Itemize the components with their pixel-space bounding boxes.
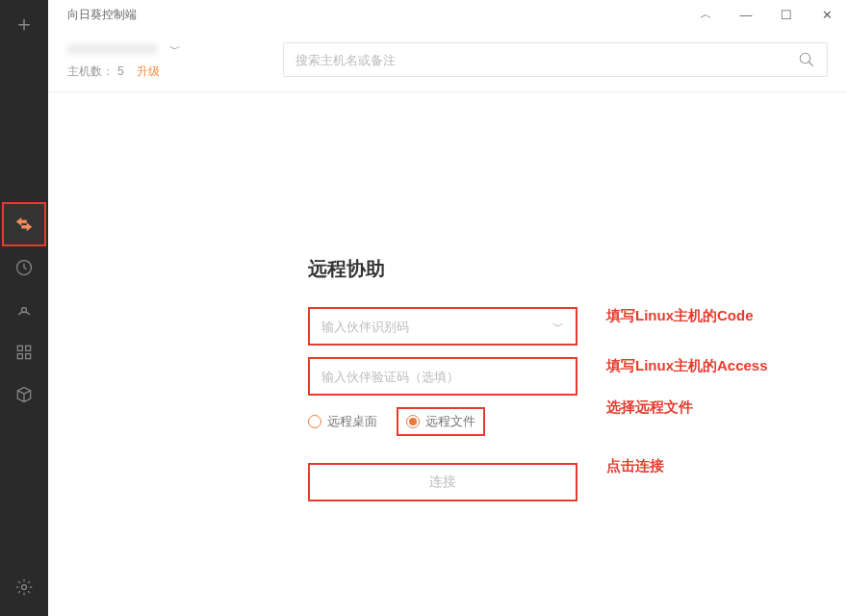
minimize-button[interactable]: ― <box>737 8 755 22</box>
svg-rect-4 <box>17 354 22 359</box>
nav-settings[interactable] <box>0 568 48 606</box>
upgrade-link[interactable]: 升级 <box>137 64 160 78</box>
connect-label: 连接 <box>429 474 456 491</box>
svg-point-7 <box>800 53 810 64</box>
svg-rect-2 <box>17 346 22 350</box>
nav-remote-control[interactable] <box>2 202 46 246</box>
main-panel: 向日葵控制端 ︿ ― ☐ ✕ XXXXXXXXXX ﹀ 主机数：5 升级 <box>48 0 847 616</box>
radio-icon <box>406 415 420 428</box>
host-label: 主机数： <box>67 64 114 78</box>
host-count: 5 <box>117 64 124 78</box>
content-area: 远程协助 ﹀ 远程桌面 远程文件 连接 <box>48 92 847 256</box>
annotation-click-connect: 点击连接 <box>606 441 768 491</box>
titlebar: 向日葵控制端 ︿ ― ☐ ✕ <box>48 0 847 29</box>
radio-icon <box>308 415 321 428</box>
svg-rect-3 <box>26 346 31 350</box>
partner-code-input[interactable] <box>321 320 552 334</box>
close-button[interactable]: ✕ <box>818 8 835 22</box>
maximize-button[interactable]: ☐ <box>778 8 795 22</box>
mode-radio-group: 远程桌面 远程文件 <box>308 407 578 436</box>
account-name[interactable]: XXXXXXXXXX <box>67 41 157 57</box>
annotation-select-file: 选择远程文件 <box>606 385 768 429</box>
chevron-down-icon[interactable]: ﹀ <box>552 319 564 335</box>
radio-label: 远程文件 <box>425 413 475 430</box>
swap-arrows-icon <box>13 214 35 235</box>
svg-line-8 <box>808 62 813 66</box>
search-icon <box>798 51 815 68</box>
svg-point-6 <box>22 585 27 590</box>
radio-remote-desktop[interactable]: 远程桌面 <box>308 413 377 430</box>
annotation-overlay: 填写Linux主机的Code 填写Linux主机的Access 选择远程文件 点… <box>606 291 768 491</box>
broadcast-icon <box>14 300 34 320</box>
header-row: XXXXXXXXXX ﹀ 主机数：5 升级 <box>48 29 847 92</box>
annotation-code: 填写Linux主机的Code <box>606 291 768 341</box>
search-input[interactable] <box>295 53 798 67</box>
plus-icon: ＋ <box>13 10 35 38</box>
radio-remote-file[interactable]: 远程文件 <box>397 407 485 436</box>
chevron-up-icon[interactable]: ︿ <box>697 6 714 23</box>
cube-icon <box>14 385 34 404</box>
radio-label: 远程桌面 <box>327 413 377 430</box>
add-button[interactable]: ＋ <box>0 0 48 48</box>
section-title: 远程协助 <box>308 256 578 282</box>
nav-history[interactable] <box>0 246 48 289</box>
remote-assist-form: 远程协助 ﹀ 远程桌面 远程文件 连接 <box>308 256 578 501</box>
partner-code-field[interactable]: ﹀ <box>308 307 578 346</box>
connect-button[interactable]: 连接 <box>308 463 578 501</box>
annotation-access: 填写Linux主机的Access <box>606 341 768 391</box>
chevron-down-icon[interactable]: ﹀ <box>169 42 181 56</box>
clock-icon <box>14 258 34 277</box>
gear-icon <box>14 578 34 597</box>
account-block: XXXXXXXXXX ﹀ 主机数：5 升级 <box>67 37 260 80</box>
partner-verify-field[interactable] <box>308 357 578 396</box>
window-title: 向日葵控制端 <box>67 7 137 23</box>
partner-verify-input[interactable] <box>321 370 564 384</box>
grid-icon <box>14 343 34 362</box>
nav-box[interactable] <box>0 373 48 416</box>
nav-apps[interactable] <box>0 331 48 373</box>
sidebar: ＋ <box>0 0 48 616</box>
svg-rect-5 <box>26 354 31 359</box>
nav-discover[interactable] <box>0 289 48 331</box>
search-box[interactable] <box>283 42 828 77</box>
